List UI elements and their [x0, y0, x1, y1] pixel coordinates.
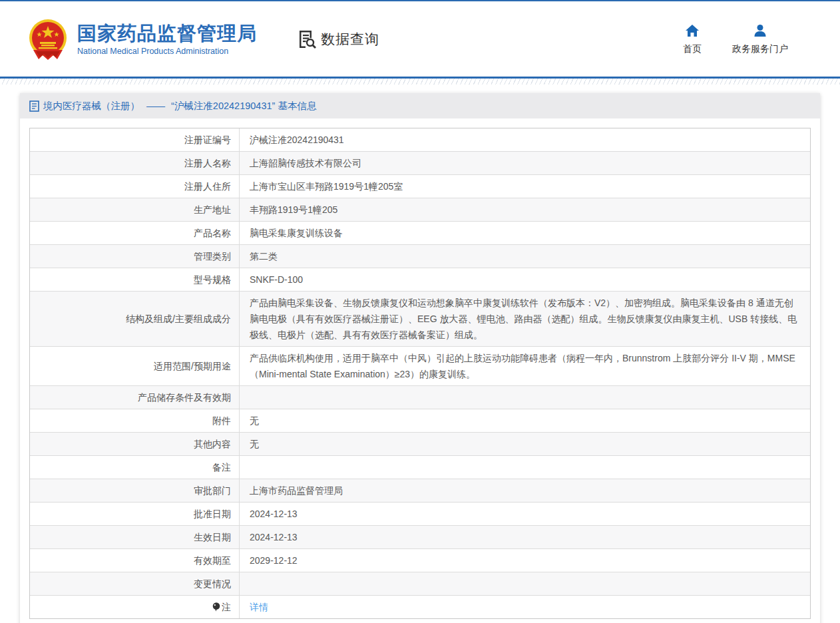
table-row: 结构及组成/主要组成成分 产品由脑电采集设备、生物反馈康复仪和运动想象脑卒中康复…: [30, 291, 810, 346]
field-label-text: 注: [222, 599, 231, 615]
table-row: 备注: [30, 455, 810, 479]
field-value: 2029-12-12: [240, 549, 810, 572]
field-value: 沪械注准20242190431: [240, 128, 810, 151]
table-row: 产品储存条件及有效期: [30, 385, 810, 409]
details-link[interactable]: 详情: [250, 599, 268, 615]
table-row: 管理类别 第二类: [30, 244, 810, 268]
table-row: 注册人住所 上海市宝山区丰翔路1919号1幢205室: [30, 174, 810, 198]
table-row: 注册人名称 上海韶脑传感技术有限公司: [30, 151, 810, 174]
table-row: 型号规格 SNKF-D-100: [30, 268, 810, 291]
field-label: 注册人住所: [30, 175, 240, 198]
breadcrumb: 境内医疗器械（注册） —— “沪械注准20242190431” 基本信息: [20, 93, 820, 118]
hatch-strip: [0, 79, 840, 85]
field-label: 产品储存条件及有效期: [30, 386, 240, 409]
page-header: 国家药品监督管理局 National Medical Products Admi…: [0, 1, 840, 77]
table-row-note: 注 详情: [30, 595, 810, 618]
table-row: 生产地址 丰翔路1919号1幢205: [30, 198, 810, 221]
field-value: 丰翔路1919号1幢205: [240, 198, 810, 221]
data-query-label: 数据查询: [321, 30, 379, 49]
field-label: 产品名称: [30, 222, 240, 244]
home-icon: [685, 23, 700, 38]
field-label: 有效期至: [30, 549, 240, 572]
field-label: 注册证编号: [30, 128, 240, 151]
field-value: 无: [240, 409, 810, 432]
breadcrumb-category: 境内医疗器械（注册）: [43, 100, 140, 112]
field-label: 批准日期: [30, 503, 240, 525]
table-row: 产品名称 脑电采集康复训练设备: [30, 221, 810, 244]
field-value: 无: [240, 433, 810, 455]
registration-info-table: 注册证编号 沪械注准20242190431 注册人名称 上海韶脑传感技术有限公司…: [29, 128, 811, 619]
national-emblem-icon: [27, 18, 69, 61]
field-value: 上海市药品监督管理局: [240, 479, 810, 502]
field-label: 生效日期: [30, 526, 240, 548]
table-row: 有效期至 2029-12-12: [30, 548, 810, 572]
field-label: 管理类别: [30, 245, 240, 268]
field-label: 生产地址: [30, 198, 240, 221]
field-value: 产品供临床机构使用，适用于脑卒中（中风）引起的上肢运动功能障碍患者（病程一年内，…: [240, 347, 810, 385]
field-label: 其他内容: [30, 433, 240, 455]
field-value: 上海韶脑传感技术有限公司: [240, 152, 810, 174]
field-value: 2024-12-13: [240, 526, 810, 548]
field-label: 型号规格: [30, 268, 240, 291]
content-card: 境内医疗器械（注册） —— “沪械注准20242190431” 基本信息 注册证…: [20, 93, 820, 623]
field-value: SNKF-D-100: [240, 268, 810, 291]
brand[interactable]: 国家药品监督管理局 National Medical Products Admi…: [27, 18, 257, 61]
field-value: [240, 386, 810, 409]
field-label: 附件: [30, 409, 240, 432]
top-nav: 首页 政务服务门户: [683, 23, 788, 55]
field-label: 注: [30, 596, 240, 618]
field-value: 产品由脑电采集设备、生物反馈康复仪和运动想象脑卒中康复训练软件（发布版本：V2）…: [240, 292, 810, 346]
field-label: 适用范围/预期用途: [30, 347, 240, 385]
user-icon: [753, 23, 767, 38]
brand-text: 国家药品监督管理局 National Medical Products Admi…: [77, 22, 257, 56]
field-value: [240, 572, 810, 595]
table-row: 附件 无: [30, 409, 810, 432]
field-value: 详情: [240, 596, 810, 618]
field-label: 结构及组成/主要组成成分: [30, 292, 240, 346]
document-icon: [29, 101, 39, 112]
table-row: 适用范围/预期用途 产品供临床机构使用，适用于脑卒中（中风）引起的上肢运动功能障…: [30, 346, 810, 385]
table-row: 变更情况: [30, 572, 810, 595]
table-row: 其他内容 无: [30, 432, 810, 455]
nav-item-home[interactable]: 首页: [683, 23, 702, 55]
nav-label-portal: 政务服务门户: [732, 43, 788, 55]
nav-label-home: 首页: [683, 43, 702, 55]
nav-item-portal[interactable]: 政务服务门户: [732, 23, 788, 55]
table-row: 注册证编号 沪械注准20242190431: [30, 128, 810, 151]
field-label: 变更情况: [30, 572, 240, 595]
field-value: 脑电采集康复训练设备: [240, 222, 810, 244]
field-label: 注册人名称: [30, 152, 240, 174]
site-title-en: National Medical Products Administration: [77, 47, 257, 56]
page-title: “沪械注准20242190431” 基本信息: [171, 100, 316, 112]
table-row: 审批部门 上海市药品监督管理局: [30, 479, 810, 502]
table-row: 生效日期 2024-12-13: [30, 525, 810, 548]
field-value: 第二类: [240, 245, 810, 268]
field-label: 备注: [30, 456, 240, 479]
document-search-icon: [297, 29, 317, 49]
site-title-cn: 国家药品监督管理局: [77, 22, 257, 45]
data-query-section[interactable]: 数据查询: [297, 29, 379, 49]
field-label: 审批部门: [30, 479, 240, 502]
field-value: 上海市宝山区丰翔路1919号1幢205室: [240, 175, 810, 198]
card-body: 注册证编号 沪械注准20242190431 注册人名称 上海韶脑传感技术有限公司…: [20, 118, 820, 623]
field-value: 2024-12-13: [240, 503, 810, 525]
breadcrumb-separator: ——: [146, 101, 164, 111]
field-value: [240, 456, 810, 479]
table-row: 批准日期 2024-12-13: [30, 502, 810, 525]
note-pin-icon: [212, 602, 220, 612]
